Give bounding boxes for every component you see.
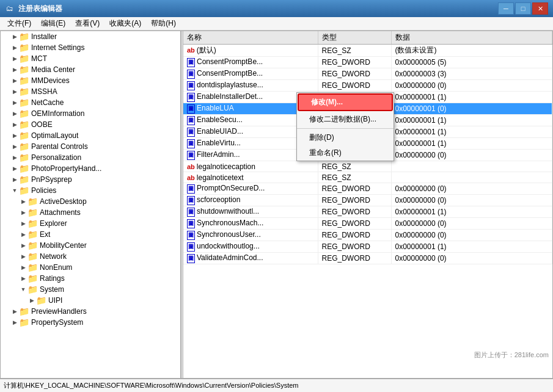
cell-data: 0x00000005 (5) xyxy=(391,57,552,68)
table-row[interactable]: 圖dontdisplaylastuse... REG_DWORD 0x00000… xyxy=(183,80,552,92)
context-menu-item[interactable]: 修改(M)... xyxy=(298,93,393,111)
tree-item[interactable]: ▶📁MMDevices xyxy=(1,75,180,86)
tree-item[interactable]: ▶📁Media Center xyxy=(1,64,180,75)
main-content: ▶📁Installer▶📁Internet Settings▶📁MCT▶📁Med… xyxy=(0,31,553,379)
cell-data: 0x00000000 (0) xyxy=(391,150,552,161)
tree-item[interactable]: ▶📁UIPI xyxy=(1,295,180,306)
watermark: 图片上传于：281life.com xyxy=(474,350,549,360)
reg-icon-ab: ab xyxy=(187,174,195,181)
cell-data: 0x00000001 (0) xyxy=(391,103,552,115)
maximize-button[interactable]: □ xyxy=(515,2,531,15)
window-controls: ─ □ ✕ xyxy=(498,2,548,15)
cell-name: 圖PromptOnSecureD... xyxy=(183,183,318,195)
cell-name: 圖SynchronousUser... xyxy=(183,230,318,241)
tree-item[interactable]: ▶📁PropertySystem xyxy=(1,317,180,328)
cell-data: 0x00000000 (0) xyxy=(391,253,552,264)
title-bar: 🗂 注册表编辑器 ─ □ ✕ xyxy=(0,0,553,17)
cell-type: REG_DWORD xyxy=(318,241,391,253)
menu-edit[interactable]: 编辑(E) xyxy=(36,17,70,30)
table-row[interactable]: ablegalnoticetext REG_SZ xyxy=(183,172,552,183)
title-text: 注册表编辑器 xyxy=(18,4,498,14)
tree-item[interactable]: ▼📁Policies xyxy=(1,185,180,196)
menu-favorites[interactable]: 收藏夹(A) xyxy=(104,17,146,30)
cell-type: REG_SZ xyxy=(318,45,391,57)
table-row[interactable]: 圖undockwithoutlog... REG_DWORD 0x0000000… xyxy=(183,241,552,253)
tree-item[interactable]: ▶📁MobilityCenter xyxy=(1,240,180,251)
tree-item[interactable]: ▶📁Installer xyxy=(1,31,180,42)
tree-item[interactable]: ▶📁Ratings xyxy=(1,273,180,284)
cell-type: REG_DWORD xyxy=(318,183,391,195)
reg-icon-dword: 圖 xyxy=(187,219,195,228)
cell-data: 0x00000001 (1) xyxy=(391,92,552,103)
cell-type: REG_DWORD xyxy=(318,206,391,218)
tree-item[interactable]: ▶📁Network xyxy=(1,251,180,262)
cell-data: 0x00000001 (1) xyxy=(391,241,552,253)
tree-item[interactable]: ▶📁MSSHA xyxy=(1,86,180,97)
col-name: 名称 xyxy=(183,31,318,45)
tree-panel: ▶📁Installer▶📁Internet Settings▶📁MCT▶📁Med… xyxy=(1,31,181,378)
close-button[interactable]: ✕ xyxy=(532,2,548,15)
tree-item[interactable]: ▶📁NonEnum xyxy=(1,262,180,273)
col-type: 类型 xyxy=(318,31,391,45)
tree-item[interactable]: ▶📁Personalization xyxy=(1,152,180,163)
cell-data: 0x00000001 (1) xyxy=(391,115,552,126)
tree-item[interactable]: ▶📁MCT xyxy=(1,53,180,64)
reg-icon-dword: 圖 xyxy=(187,81,195,90)
table-row[interactable]: 圖shutdownwithoutl... REG_DWORD 0x0000000… xyxy=(183,206,552,218)
cell-name: 圖shutdownwithoutl... xyxy=(183,206,318,218)
table-row[interactable]: 圖ConsentPromptBe... REG_DWORD 0x00000003… xyxy=(183,68,552,80)
tree-item[interactable]: ▶📁PnPSysprep xyxy=(1,174,180,185)
cell-type: REG_DWORD xyxy=(318,68,391,80)
tree-item[interactable]: ▶📁Parental Controls xyxy=(1,141,180,152)
table-row[interactable]: 圖scforceoption REG_DWORD 0x00000000 (0) xyxy=(183,195,552,206)
tree-item[interactable]: ▶📁ActiveDesktop xyxy=(1,196,180,207)
cell-type: REG_DWORD xyxy=(318,230,391,241)
tree-item[interactable]: ▶📁PhotoPropertyHand... xyxy=(1,163,180,174)
tree-item[interactable]: ▶📁Internet Settings xyxy=(1,42,180,53)
tree-item[interactable]: ▶📁Attachments xyxy=(1,207,180,218)
tree-item[interactable]: ▶📁Ext xyxy=(1,229,180,240)
tree-item[interactable]: ▶📁OEMInformation xyxy=(1,108,180,119)
tree-item[interactable]: ▼📁System xyxy=(1,284,180,295)
reg-icon-dword: 圖 xyxy=(187,231,195,240)
context-menu-item[interactable]: 修改二进制数据(B)... xyxy=(297,112,394,127)
menu-help[interactable]: 帮助(H) xyxy=(146,17,181,30)
cell-data: 0x00000003 (3) xyxy=(391,68,552,80)
table-row[interactable]: 圖ValidateAdminCod... REG_DWORD 0x0000000… xyxy=(183,253,552,264)
tree-item[interactable]: ▶📁Explorer xyxy=(1,218,180,229)
minimize-button[interactable]: ─ xyxy=(498,2,514,15)
table-row[interactable]: 圖PromptOnSecureD... REG_DWORD 0x00000000… xyxy=(183,183,552,195)
reg-icon-dword: 圖 xyxy=(187,128,195,137)
reg-icon-dword: 圖 xyxy=(187,254,195,263)
cell-type: REG_SZ xyxy=(318,161,391,172)
context-menu-item[interactable]: 删除(D) xyxy=(297,130,394,145)
tree-item[interactable]: ▶📁NetCache xyxy=(1,97,180,108)
table-row[interactable]: ablegalnoticecaption REG_SZ xyxy=(183,161,552,172)
menu-file[interactable]: 文件(F) xyxy=(2,17,36,30)
table-row[interactable]: ab(默认) REG_SZ (数值未设置) xyxy=(183,45,552,57)
reg-icon-dword: 圖 xyxy=(187,93,195,102)
tree-item[interactable]: ▶📁PreviewHandlers xyxy=(1,306,180,317)
cell-name: 圖undockwithoutlog... xyxy=(183,241,318,253)
cell-data: 0x00000001 (1) xyxy=(391,138,552,150)
reg-icon-dword: 圖 xyxy=(187,208,195,217)
context-menu-item[interactable]: 重命名(R) xyxy=(297,145,394,161)
table-row[interactable]: 圖ConsentPromptBe... REG_DWORD 0x00000005… xyxy=(183,57,552,68)
cell-name: 圖ConsentPromptBe... xyxy=(183,57,318,68)
right-scroll[interactable]: 名称 类型 数据 ab(默认) REG_SZ (数值未设置) 圖ConsentP… xyxy=(183,31,552,378)
reg-icon-dword: 圖 xyxy=(187,116,195,125)
tree-scroll[interactable]: ▶📁Installer▶📁Internet Settings▶📁MCT▶📁Med… xyxy=(1,31,180,378)
cell-name: ablegalnoticetext xyxy=(183,172,318,183)
reg-icon-dword: 圖 xyxy=(187,70,195,79)
tree-item[interactable]: ▶📁OOBE xyxy=(1,119,180,130)
menu-bar: 文件(F) 编辑(E) 查看(V) 收藏夹(A) 帮助(H) xyxy=(0,17,553,31)
menu-view[interactable]: 查看(V) xyxy=(70,17,104,30)
cell-name: ablegalnoticecaption xyxy=(183,161,318,172)
table-row[interactable]: 圖SynchronousUser... REG_DWORD 0x00000000… xyxy=(183,230,552,241)
reg-icon-dword: 圖 xyxy=(187,139,195,148)
table-row[interactable]: 圖SynchronousMach... REG_DWORD 0x00000000… xyxy=(183,218,552,230)
cell-type: REG_DWORD xyxy=(318,253,391,264)
tree-item[interactable]: ▶📁OptimalLayout xyxy=(1,130,180,141)
cell-name: 圖ConsentPromptBe... xyxy=(183,68,318,80)
col-data: 数据 xyxy=(391,31,552,45)
